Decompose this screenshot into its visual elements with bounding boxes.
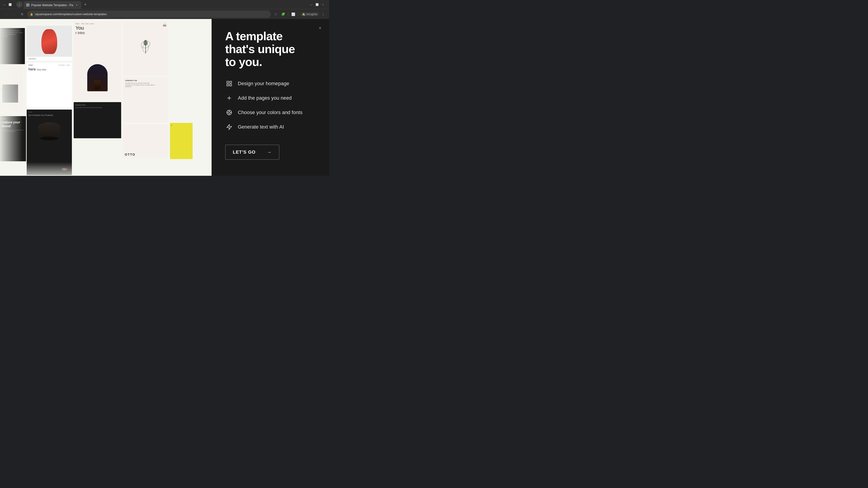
overlay-panel: × A template that's unique to you. Desig… (212, 19, 329, 176)
tab-group-button[interactable]: ⌄ (16, 1, 23, 8)
template-card-otto[interactable]: OTTO (123, 124, 168, 158)
palette-icon (225, 108, 233, 117)
template-card-social[interactable]: social (0, 66, 23, 111)
template-card-bogart[interactable]: Bogart roduce yourbrand Welcome people t… (0, 116, 26, 161)
template-card-yellow[interactable]: I (170, 123, 193, 159)
arrow-icon: → (267, 150, 272, 155)
browser-window: — ⬜ ⌄ Popular Website Templates - Pa × +… (0, 0, 329, 19)
bogart-headline: roduce yourbrand (2, 121, 24, 128)
template-card-dark-products[interactable]: Subscribe Sign up with your email to rec… (74, 102, 121, 138)
tab-favicon (26, 3, 29, 6)
grid-icon (225, 79, 233, 88)
feature-text-pages: Add the pages you need (238, 95, 292, 101)
window-maximize-button[interactable]: ⬜ (8, 2, 13, 7)
feature-list: Design your homepage Add the pages you n… (225, 79, 315, 131)
template-card-paloma[interactable]: Paloma Home About Contact You r intro (74, 21, 121, 100)
incognito-badge[interactable]: 🕵️ Incognito (300, 12, 319, 16)
layout-button[interactable]: ⬜ (290, 11, 296, 18)
contact-text: Tell people who you are and what to expe… (125, 83, 166, 88)
archer-brand: Archer (29, 64, 33, 66)
address-text: squarespace.com/templates/custom-website… (35, 12, 268, 16)
feature-item-ai: Generate text with AI (225, 123, 315, 131)
svg-point-7 (228, 111, 230, 113)
new-tab-button[interactable]: + (82, 1, 88, 8)
lets-go-label: LET'S GO (233, 150, 256, 155)
browser-toolbar: ‹ › ↻ 🔒 squarespace.com/templates/custom… (0, 9, 329, 19)
window-restore-btn[interactable]: ⬜ (315, 2, 320, 7)
close-icon: × (319, 26, 321, 31)
incognito-icon: 🕵️ (302, 13, 305, 16)
tab-bar: ⌄ Popular Website Templates - Pa × + (14, 0, 307, 9)
feature-text-homepage: Design your homepage (238, 80, 289, 87)
bogart-label: Bogart (2, 118, 24, 120)
svg-rect-0 (227, 81, 229, 83)
template-card-red-sculpture[interactable]: Subscribe fo (27, 26, 72, 61)
tab-title: Popular Website Templates - Pa (31, 3, 73, 7)
window-minimize-btn[interactable]: — (309, 2, 314, 7)
window-controls: — ⬜ (2, 2, 13, 7)
bookmark-button[interactable]: ☆ (273, 11, 279, 18)
security-icon: 🔒 (30, 13, 33, 16)
feature-text-ai: Generate text with AI (238, 124, 284, 130)
feature-item-pages: Add the pages you need (225, 94, 315, 102)
templates-collage: Tell people who you are and what to expe… (0, 19, 212, 176)
forward-icon: › (13, 12, 15, 16)
archer-headline: here Your intro (29, 67, 70, 71)
refresh-icon: ↻ (21, 12, 24, 16)
incognito-label: Incognito (306, 13, 317, 16)
bookmark-icon: ☆ (274, 12, 277, 16)
toolbar-actions: ☆ 🧩 ⬜ 🕵️ Incognito ⋮ (273, 11, 327, 18)
feature-item-colors: Choose your colors and fonts (225, 108, 315, 117)
archer-nav: Archer Home About Contact (29, 64, 70, 66)
back-button[interactable]: ‹ (3, 11, 9, 18)
plus-icon (225, 94, 233, 102)
svg-rect-1 (230, 81, 231, 83)
menu-button[interactable]: ⋮ (320, 11, 327, 18)
window-close-btn[interactable]: × (320, 2, 326, 7)
extensions-button[interactable]: 🧩 (280, 11, 286, 18)
feature-item-homepage: Design your homepage (225, 79, 315, 88)
contact-us-label: CONTACT US (125, 79, 166, 82)
close-button[interactable]: × (316, 24, 324, 32)
headline-line2: that's unique (225, 42, 295, 56)
svg-rect-3 (230, 84, 231, 86)
headline-line3: to you. (225, 55, 262, 68)
forward-button[interactable]: › (11, 11, 17, 18)
window-right-controls: — ⬜ × (309, 2, 326, 7)
menu-icon: ⋮ (322, 12, 325, 16)
address-bar[interactable]: 🔒 squarespace.com/templates/custom-websi… (27, 11, 271, 18)
headline-line1: A template (225, 30, 283, 43)
subscribe-bar: Subscribe fo (27, 57, 72, 61)
subscribe-text: Subscribe fo (29, 58, 36, 59)
layout-icon: ⬜ (291, 12, 295, 16)
feature-text-colors: Choose your colors and fonts (238, 109, 303, 116)
panel-headline: A template that's unique to you. (225, 30, 315, 69)
back-icon: ‹ (5, 12, 6, 16)
active-tab[interactable]: Popular Website Templates - Pa × (24, 1, 81, 9)
window-minimize-button[interactable]: — (2, 2, 7, 7)
template-card-dark-left[interactable]: Tell people who you are and what to expe… (0, 28, 25, 64)
lightning-icon (225, 123, 233, 131)
tab-close-button[interactable]: × (75, 3, 79, 7)
svg-rect-2 (227, 84, 229, 86)
template-card-bowl[interactable]: Produc Our Products Our Products Buy (27, 109, 72, 175)
title-bar: — ⬜ ⌄ Popular Website Templates - Pa × +… (0, 0, 329, 9)
otto-label: OTTO (125, 153, 135, 156)
template-card-contact[interactable]: CONTACT US Tell people who you are and w… (123, 77, 168, 123)
template-mosaic: Tell people who you are and what to expe… (0, 19, 212, 176)
lets-go-button[interactable]: LET'S GO → (225, 144, 279, 160)
page-content: Tell people who you are and what to expe… (0, 19, 329, 176)
template-card-archer[interactable]: Archer Home About Contact here Your intr… (27, 63, 72, 108)
template-card-floral[interactable]: M... OU (123, 21, 168, 75)
refresh-button[interactable]: ↻ (19, 11, 25, 18)
extensions-icon: 🧩 (281, 12, 285, 16)
